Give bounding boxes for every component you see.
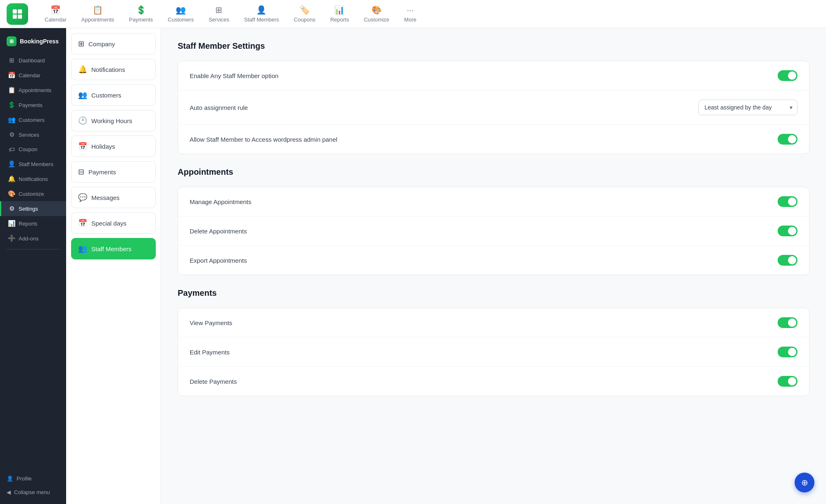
customers-nav-icon: 👥 <box>176 5 186 15</box>
settings-nav-label-working-hours: Working Hours <box>91 117 132 124</box>
top-nav-item-reports[interactable]: 📊Reports <box>324 2 356 26</box>
top-nav-label-services: Services <box>209 17 229 23</box>
top-nav-item-customize[interactable]: 🎨Customize <box>357 2 396 26</box>
top-nav-label-calendar: Calendar <box>45 17 67 23</box>
settings-nav-payments[interactable]: ⊟ Payments <box>71 161 156 183</box>
sidebar-item-collapse[interactable]: ◀ Collapse menu <box>0 485 66 499</box>
app-logo[interactable] <box>7 3 28 25</box>
view-payments-row: View Payments <box>178 308 809 338</box>
sidebar-label-appointments: Appointments <box>19 87 52 93</box>
top-nav-item-payments[interactable]: 💲Payments <box>122 2 159 26</box>
sidebar-divider <box>7 249 60 250</box>
payments-nav-icon: 💲 <box>136 5 146 15</box>
allow-staff-admin-label: Allow Staff Member to Access wordpress a… <box>190 136 337 143</box>
customers-icon: 👥 <box>8 116 15 124</box>
delete-payments-toggle[interactable] <box>778 376 797 387</box>
sidebar-label-services: Services <box>19 132 39 138</box>
holidays-icon: 📅 <box>78 142 87 151</box>
top-nav-label-reports: Reports <box>330 17 349 23</box>
payments-section: View Payments Edit Payments Delete Payme… <box>178 308 809 396</box>
top-nav-label-coupons: Coupons <box>294 17 315 23</box>
sidebar-item-customize[interactable]: 🎨 Customize <box>0 186 66 201</box>
allow-staff-admin-row: Allow Staff Member to Access wordpress a… <box>178 125 809 154</box>
sidebar-label-notifications: Notifications <box>19 176 48 182</box>
settings-nav-holidays[interactable]: 📅 Holidays <box>71 136 156 157</box>
settings-nav-customers[interactable]: 👥 Customers <box>71 84 156 106</box>
sidebar-item-services[interactable]: ⚙ Services <box>0 127 66 142</box>
settings-nav-working-hours[interactable]: 🕐 Working Hours <box>71 110 156 131</box>
top-navigation: 📅Calendar📋Appointments💲Payments👥Customer… <box>0 0 826 28</box>
top-nav-item-staff-members[interactable]: 👤Staff Members <box>238 2 286 26</box>
auto-assignment-select-wrapper: Least assigned by the day Round robin Ra… <box>698 100 797 115</box>
allow-staff-admin-toggle[interactable] <box>778 134 797 145</box>
settings-nav-label-company: Company <box>88 40 115 48</box>
sidebar-label-settings: Settings <box>19 206 38 212</box>
delete-appointments-toggle[interactable] <box>778 226 797 236</box>
settings-nav-company[interactable]: ⊞ Company <box>71 33 156 55</box>
top-nav-item-customers[interactable]: 👥Customers <box>161 2 200 26</box>
view-payments-toggle[interactable] <box>778 317 797 328</box>
content-area: ⊞ Company 🔔 Notifications 👥 Customers 🕐 … <box>66 28 826 504</box>
auto-assignment-select[interactable]: Least assigned by the day Round robin Ra… <box>698 100 797 115</box>
manage-appointments-toggle[interactable] <box>778 196 797 207</box>
settings-nav-staff-members[interactable]: 👥 Staff Members <box>71 238 156 259</box>
enable-any-staff-row: Enable Any Staff Member option <box>178 61 809 90</box>
delete-appointments-label: Delete Appointments <box>190 228 247 235</box>
sidebar-item-payments[interactable]: 💲 Payments <box>0 97 66 112</box>
sidebar-item-notifications[interactable]: 🔔 Notifications <box>0 171 66 186</box>
calendar-nav-icon: 📅 <box>50 5 61 15</box>
sidebar-item-dashboard[interactable]: ⊞ Dashboard <box>0 53 66 68</box>
settings-nav-label-staff-members: Staff Members <box>91 245 131 252</box>
settings-nav-special-days[interactable]: 📅 Special days <box>71 212 156 234</box>
dashboard-icon: ⊞ <box>8 57 15 64</box>
edit-payments-toggle[interactable] <box>778 347 797 357</box>
staff-member-settings-section: Enable Any Staff Member option Auto assi… <box>178 61 809 154</box>
sidebar-item-settings[interactable]: ⚙ Settings <box>0 201 66 216</box>
sidebar-item-calendar[interactable]: 📅 Calendar <box>0 68 66 83</box>
manage-appointments-label: Manage Appointments <box>190 198 251 205</box>
top-nav-label-customers: Customers <box>168 17 194 23</box>
top-nav-item-appointments[interactable]: 📋Appointments <box>75 2 121 26</box>
top-nav-item-services[interactable]: ⊞Services <box>202 2 236 26</box>
top-nav-item-coupons[interactable]: 🏷️Coupons <box>287 2 322 26</box>
settings-navigation: ⊞ Company 🔔 Notifications 👥 Customers 🕐 … <box>66 28 161 504</box>
messages-icon: 💬 <box>78 193 87 202</box>
sidebar-brand: ⊞ BookingPress <box>0 33 66 53</box>
settings-nav-notifications[interactable]: 🔔 Notifications <box>71 59 156 80</box>
top-nav-item-calendar[interactable]: 📅Calendar <box>38 2 73 26</box>
sidebar-item-coupon[interactable]: 🏷 Coupon <box>0 142 66 157</box>
sidebar-item-staff-members[interactable]: 👤 Staff Members <box>0 157 66 171</box>
special-days-icon: 📅 <box>78 219 87 228</box>
addons-icon: ➕ <box>8 235 15 242</box>
calendar-icon: 📅 <box>8 71 15 79</box>
sidebar-label-coupon: Coupon <box>19 146 38 152</box>
edit-payments-row: Edit Payments <box>178 338 809 367</box>
sidebar-item-appointments[interactable]: 📋 Appointments <box>0 83 66 97</box>
payments-title: Payments <box>178 288 809 298</box>
export-appointments-label: Export Appointments <box>190 257 247 264</box>
delete-payments-row: Delete Payments <box>178 367 809 396</box>
staff-members-settings-icon: 👥 <box>78 244 87 253</box>
settings-nav-label-payments: Payments <box>88 169 116 176</box>
sidebar-logo-icon: ⊞ <box>7 36 17 46</box>
sidebar-label-profile: Profile <box>17 475 32 482</box>
services-icon: ⚙ <box>8 131 15 138</box>
sidebar: ⊞ BookingPress ⊞ Dashboard 📅 Calendar 📋 … <box>0 28 66 504</box>
sidebar-bottom: 👤 Profile ◀ Collapse menu <box>0 472 66 499</box>
help-button[interactable]: ⊕ <box>795 473 814 492</box>
sidebar-label-staff-members: Staff Members <box>19 161 53 167</box>
profile-icon: 👤 <box>7 475 13 482</box>
sidebar-item-addons[interactable]: ➕ Add-ons <box>0 231 66 246</box>
sidebar-item-reports[interactable]: 📊 Reports <box>0 216 66 231</box>
export-appointments-toggle[interactable] <box>778 255 797 266</box>
sidebar-item-profile[interactable]: 👤 Profile <box>0 472 66 485</box>
appointments-title: Appointments <box>178 167 809 177</box>
top-nav-item-more[interactable]: ···More <box>398 2 423 26</box>
sidebar-item-customers[interactable]: 👥 Customers <box>0 112 66 127</box>
settings-nav-messages[interactable]: 💬 Messages <box>71 187 156 208</box>
enable-any-staff-toggle[interactable] <box>778 70 797 81</box>
settings-nav-label-customers: Customers <box>91 92 121 99</box>
sidebar-label-dashboard: Dashboard <box>19 57 45 64</box>
sidebar-label-reports: Reports <box>19 221 38 227</box>
staff-member-settings-title: Staff Member Settings <box>178 41 809 51</box>
